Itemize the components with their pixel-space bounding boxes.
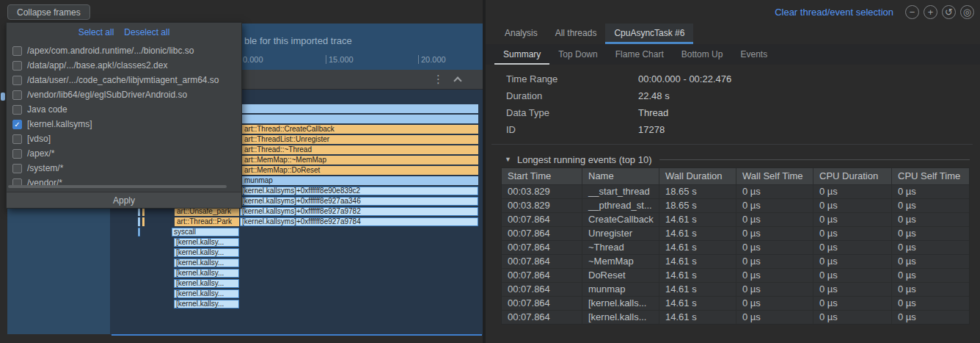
subtab-events[interactable]: Events (731, 44, 776, 65)
filter-item[interactable]: ✓[kernel.kallsyms] (7, 117, 241, 131)
table-cell: munmap (582, 283, 659, 296)
checkbox-checked[interactable]: ✓ (12, 120, 22, 129)
flame-bar[interactable]: [kernel.kallsy... (174, 279, 239, 288)
table-cell: 0 µs (892, 297, 970, 310)
checkbox[interactable] (12, 46, 22, 56)
apply-button[interactable]: Apply (7, 192, 241, 208)
tab-cpuasynctask-6[interactable]: CpuAsyncTask #6 (605, 24, 693, 44)
filter-item-label: /data/app/.../base.apk!/classes2.dex (27, 60, 167, 71)
checkbox[interactable] (12, 76, 22, 85)
table-cell: 0 µs (892, 283, 970, 296)
table-cell: 0 µs (892, 185, 970, 198)
clear-selection-link[interactable]: Clear thread/event selection (775, 7, 893, 18)
zoom-in-icon[interactable]: + (924, 5, 937, 19)
table-row[interactable]: 00:07.864CreateCallback14.61 s0 µs0 µs0 … (502, 212, 969, 226)
subtab-flame-chart[interactable]: Flame Chart (607, 44, 673, 65)
collapsed-panel-tab[interactable] (1, 93, 5, 101)
table-cell: 0 µs (736, 311, 813, 324)
checkbox[interactable] (12, 164, 22, 173)
filter-item-label: /system/* (27, 163, 63, 173)
table-row[interactable]: 00:07.864[kernel.kalls...14.61 s0 µs0 µs… (502, 310, 969, 324)
table-cell: 0 µs (736, 283, 813, 296)
flame-bar[interactable]: art::Thread::Park (175, 217, 239, 226)
table-cell: 0 µs (736, 213, 813, 226)
flame-bar[interactable]: syscall (172, 228, 239, 237)
tab-analysis[interactable]: Analysis (496, 24, 546, 44)
flame-bar[interactable]: [kernel.kallsy... (174, 289, 239, 298)
analysis-panel: Clear thread/event selection − + ↺ ◎ Ana… (486, 0, 980, 343)
horizontal-scrollbar[interactable] (8, 185, 227, 188)
zoom-out-icon[interactable]: − (905, 5, 919, 19)
table-row[interactable]: 00:03.829__start_thread18.65 s0 µs0 µs0 … (502, 184, 969, 198)
subtab-top-down[interactable]: Top Down (549, 44, 606, 65)
table-cell: [kernel.kalls... (582, 311, 659, 324)
column-header[interactable]: Wall Self Time (736, 168, 813, 184)
detail-row: Data TypeThread (486, 104, 980, 121)
table-row[interactable]: 00:03.829__pthread_st...18.65 s0 µs0 µs0… (502, 198, 969, 212)
filter-item[interactable]: Java code (7, 102, 241, 117)
column-header[interactable]: CPU Self Time (892, 168, 970, 184)
column-header[interactable]: Wall Duration (659, 168, 736, 184)
zoom-to-selection-icon[interactable]: ◎ (960, 5, 974, 19)
flame-bar[interactable]: [kernel.kallsy... (174, 248, 239, 257)
flame-bar[interactable]: [kernel.kallsyms]+0xffffff8e90e839c2 (240, 187, 478, 195)
filter-item[interactable]: /apex/* (7, 146, 241, 161)
flame-bar-fragment[interactable] (138, 217, 140, 226)
filter-item[interactable]: /apex/com.android.runtime/.../bionic/lib… (7, 43, 241, 58)
table-row[interactable]: 00:07.864[kernel.kalls...14.61 s0 µs0 µs… (502, 296, 969, 310)
more-options-icon[interactable]: ⋮ (433, 73, 444, 86)
checkbox[interactable] (12, 105, 22, 115)
flame-bar[interactable]: [kernel.kallsy... (174, 259, 239, 267)
table-cell: 14.61 s (659, 297, 736, 310)
table-row[interactable]: 00:07.864~MemMap14.61 s0 µs0 µs0 µs (502, 254, 969, 268)
table-cell: 0 µs (813, 269, 892, 282)
table-cell: 0 µs (892, 255, 970, 268)
subtab-bottom-up[interactable]: Bottom Up (673, 44, 732, 65)
column-header[interactable]: Start Time (502, 168, 582, 184)
collapse-chevron-icon[interactable] (453, 76, 461, 84)
column-header[interactable]: CPU Duration (813, 168, 892, 184)
tab-all-threads[interactable]: All threads (546, 24, 606, 44)
flame-bar[interactable]: [kernel.kallsyms]+0xffffff8e927a9782 (240, 207, 478, 216)
table-row[interactable]: 00:07.864Unregister14.61 s0 µs0 µs0 µs (502, 226, 969, 240)
filter-item[interactable]: /system/* (7, 161, 241, 176)
filter-item[interactable]: [vdso] (7, 131, 241, 146)
filter-item-label: /apex/* (27, 148, 54, 159)
filter-item[interactable]: /vendor/* (7, 176, 241, 190)
collapse-arrow-icon[interactable]: ▼ (505, 156, 511, 163)
checkbox[interactable] (12, 90, 22, 100)
flame-bar[interactable]: [kernel.kallsy... (174, 238, 239, 247)
table-cell: 0 µs (892, 227, 970, 240)
subtab-summary[interactable]: Summary (494, 44, 549, 65)
filter-item[interactable]: /data/user/.../code_cache/libjvmtiagent_… (7, 73, 241, 87)
flame-bar[interactable]: [kernel.kallsyms]+0xffffff8e927a9784 (240, 217, 478, 226)
flame-bar[interactable]: [kernel.kallsyms]+0xffffff8e927aa346 (240, 197, 478, 206)
checkbox[interactable] (12, 61, 22, 71)
collapse-frames-button[interactable]: Collapse frames (7, 4, 90, 20)
ruler-tick: 15.000 (326, 55, 354, 64)
table-cell: 0 µs (736, 297, 813, 310)
table-row[interactable]: 00:07.864DoReset14.61 s0 µs0 µs0 µs (502, 268, 969, 282)
detail-row: ID17278 (486, 121, 980, 138)
flame-bar[interactable]: [kernel.kallsy... (174, 269, 239, 278)
detail-value: 17278 (638, 121, 665, 138)
filter-item[interactable]: /vendor/lib64/egl/eglSubDriverAndroid.so (7, 87, 241, 102)
deselect-all-link[interactable]: Deselect all (124, 27, 169, 37)
select-all-link[interactable]: Select all (78, 27, 114, 37)
flame-bar-fragment[interactable] (142, 217, 145, 226)
flame-bar-fragment[interactable] (138, 228, 140, 237)
filter-item-label: /data/user/.../code_cache/libjvmtiagent_… (27, 75, 219, 85)
table-cell: 18.65 s (659, 199, 736, 212)
flame-bar[interactable]: [kernel.kallsy... (174, 300, 239, 308)
table-cell: ~Thread (582, 241, 659, 254)
detail-value: 22.48 s (638, 87, 670, 104)
filter-item[interactable]: /data/app/.../base.apk!/classes2.dex (7, 58, 241, 73)
table-row[interactable]: 00:07.864~Thread14.61 s0 µs0 µs0 µs (502, 240, 969, 254)
table-row[interactable]: 00:07.864munmap14.61 s0 µs0 µs0 µs (502, 282, 969, 296)
checkbox[interactable] (12, 149, 22, 159)
tick-mark (418, 55, 419, 64)
column-header[interactable]: Name (582, 168, 659, 184)
checkbox[interactable] (12, 134, 22, 144)
reset-zoom-icon[interactable]: ↺ (942, 5, 956, 19)
selection-range-underline (111, 334, 482, 336)
